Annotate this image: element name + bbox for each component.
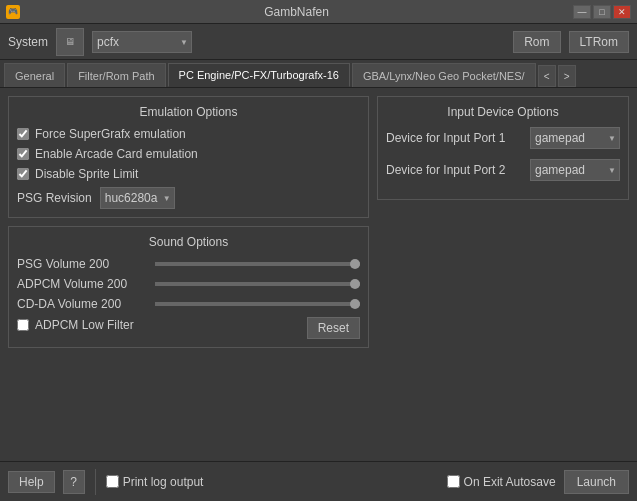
psg-volume-label: PSG Volume 200 <box>17 257 147 271</box>
tab-general[interactable]: General <box>4 63 65 87</box>
adpcm-low-filter-checkbox-row: ADPCM Low Filter <box>17 318 134 332</box>
psg-revision-row: PSG Revision huc6280a huc6280 <box>17 187 360 209</box>
print-log-checkbox[interactable] <box>106 475 119 488</box>
disable-sprite-limit-label: Disable Sprite Limit <box>35 167 138 181</box>
cdda-volume-label: CD-DA Volume 200 <box>17 297 147 311</box>
launch-button[interactable]: Launch <box>564 470 629 494</box>
tab-pc-engine[interactable]: PC Engine/PC-FX/Turbografx-16 <box>168 63 350 87</box>
tab-gba[interactable]: GBA/Lynx/Neo Geo Pocket/NES/ <box>352 63 536 87</box>
question-button[interactable]: ? <box>63 470 85 494</box>
device-port-1-label: Device for Input Port 1 <box>386 131 505 145</box>
emulation-options-title: Emulation Options <box>17 105 360 119</box>
system-bar: System 🖥 pcfx pce pccd Rom LTRom <box>0 24 637 60</box>
main-content: Emulation Options Force SuperGrafx emula… <box>0 88 637 438</box>
adpcm-low-filter-checkbox[interactable] <box>17 319 29 331</box>
psg-revision-select[interactable]: huc6280a huc6280 <box>100 187 175 209</box>
input-device-options-title: Input Device Options <box>386 105 620 119</box>
app-icon: 🎮 <box>6 5 20 19</box>
force-supergrafx-checkbox[interactable] <box>17 128 29 140</box>
psg-volume-slider[interactable] <box>155 262 360 266</box>
print-log-row: Print log output <box>106 475 204 489</box>
on-exit-autosave-label: On Exit Autosave <box>464 475 556 489</box>
device-port-2-label: Device for Input Port 2 <box>386 163 505 177</box>
tab-next-button[interactable]: > <box>558 65 576 87</box>
print-log-label: Print log output <box>123 475 204 489</box>
window-title: GambNafen <box>20 5 573 19</box>
right-panel: Input Device Options Device for Input Po… <box>369 96 629 430</box>
sound-options-title: Sound Options <box>17 235 360 249</box>
force-supergrafx-label: Force SuperGrafx emulation <box>35 127 186 141</box>
maximize-button[interactable]: □ <box>593 5 611 19</box>
on-exit-autosave-row: On Exit Autosave <box>447 475 556 489</box>
input-device-options-section: Input Device Options Device for Input Po… <box>377 96 629 200</box>
device-port-2-select-wrapper: gamepad none <box>530 159 620 181</box>
on-exit-autosave-checkbox[interactable] <box>447 475 460 488</box>
psg-revision-select-wrapper: huc6280a huc6280 <box>100 187 175 209</box>
adpcm-low-filter-label: ADPCM Low Filter <box>35 318 134 332</box>
adpcm-volume-slider[interactable] <box>155 282 360 286</box>
minimize-button[interactable]: — <box>573 5 591 19</box>
ltrom-button[interactable]: LTRom <box>569 31 629 53</box>
sound-options-section: Sound Options PSG Volume 200 ADPCM Volum… <box>8 226 369 348</box>
input-port-2-row: Device for Input Port 2 gamepad none <box>386 159 620 181</box>
enable-arcade-card-label: Enable Arcade Card emulation <box>35 147 198 161</box>
input-port-1-row: Device for Input Port 1 gamepad none <box>386 127 620 149</box>
tab-filter-rom-path[interactable]: Filter/Rom Path <box>67 63 165 87</box>
device-port-1-select-wrapper: gamepad none <box>530 127 620 149</box>
tab-bar: General Filter/Rom Path PC Engine/PC-FX/… <box>0 60 637 88</box>
bottom-bar: Help ? Print log output On Exit Autosave… <box>0 461 637 501</box>
system-select-wrapper: pcfx pce pccd <box>92 31 192 53</box>
left-panel: Emulation Options Force SuperGrafx emula… <box>8 96 369 430</box>
reset-button[interactable]: Reset <box>307 317 360 339</box>
tab-prev-button[interactable]: < <box>538 65 556 87</box>
divider-1 <box>95 469 96 495</box>
system-select[interactable]: pcfx pce pccd <box>92 31 192 53</box>
device-port-1-select[interactable]: gamepad none <box>530 127 620 149</box>
system-label: System <box>8 35 48 49</box>
adpcm-volume-row: ADPCM Volume 200 <box>17 277 360 291</box>
checkbox-row-sprite: Disable Sprite Limit <box>17 167 360 181</box>
psg-volume-row: PSG Volume 200 <box>17 257 360 271</box>
adpcm-low-filter-row: ADPCM Low Filter Reset <box>17 317 360 339</box>
adpcm-volume-label: ADPCM Volume 200 <box>17 277 147 291</box>
help-button[interactable]: Help <box>8 471 55 493</box>
checkbox-row-supergrafx: Force SuperGrafx emulation <box>17 127 360 141</box>
enable-arcade-card-checkbox[interactable] <box>17 148 29 160</box>
cdda-volume-row: CD-DA Volume 200 <box>17 297 360 311</box>
device-port-2-select[interactable]: gamepad none <box>530 159 620 181</box>
system-icon: 🖥 <box>56 28 84 56</box>
emulation-options-section: Emulation Options Force SuperGrafx emula… <box>8 96 369 218</box>
checkbox-row-arcade: Enable Arcade Card emulation <box>17 147 360 161</box>
close-button[interactable]: ✕ <box>613 5 631 19</box>
disable-sprite-limit-checkbox[interactable] <box>17 168 29 180</box>
title-bar: 🎮 GambNafen — □ ✕ <box>0 0 637 24</box>
window-controls: — □ ✕ <box>573 5 631 19</box>
rom-button[interactable]: Rom <box>513 31 560 53</box>
psg-revision-label: PSG Revision <box>17 191 92 205</box>
cdda-volume-slider[interactable] <box>155 302 360 306</box>
